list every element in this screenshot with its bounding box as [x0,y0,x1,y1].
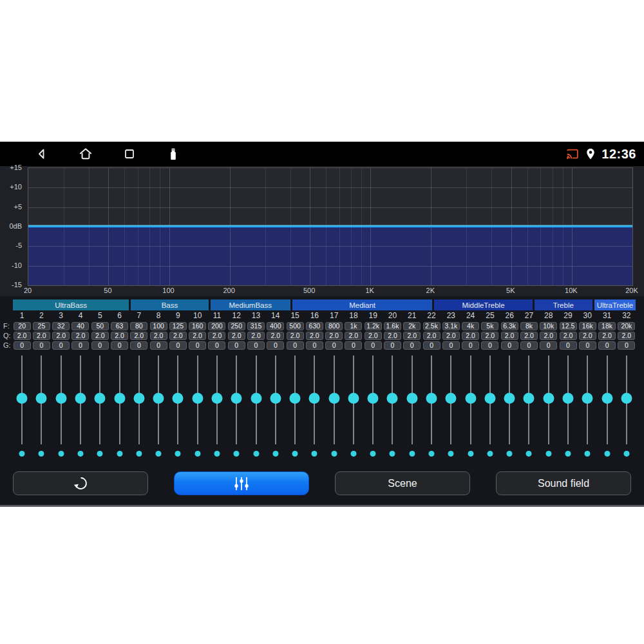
q-value-cell[interactable]: 2.0 [579,332,596,340]
frequency-value-cell[interactable]: 32 [52,322,70,330]
q-value-cell[interactable]: 2.0 [52,332,70,340]
gain-value-cell[interactable]: 0 [71,341,89,350]
frequency-value-cell[interactable]: 1k [345,322,362,330]
gain-slider[interactable] [52,354,71,464]
frequency-value-cell[interactable]: 20k [618,322,635,330]
slider-dot[interactable] [39,451,44,457]
frequency-value-cell[interactable]: 40 [71,322,89,330]
slider-dot[interactable] [175,451,181,457]
gain-slider[interactable] [480,354,500,464]
q-value-cell[interactable]: 2.0 [481,332,498,340]
slider-dot[interactable] [331,451,337,457]
q-value-cell[interactable]: 2.0 [130,332,147,340]
slider-knob[interactable] [524,393,535,404]
q-value-cell[interactable]: 2.0 [287,332,304,340]
gain-value-cell[interactable]: 0 [579,341,596,350]
band-segment-bass[interactable]: Bass [131,299,208,310]
slider-dot[interactable] [604,451,610,457]
gain-value-cell[interactable]: 0 [540,341,557,350]
gain-value-cell[interactable]: 0 [403,341,421,350]
q-value-cell[interactable]: 2.0 [208,332,225,340]
slider-knob[interactable] [270,393,281,404]
q-value-cell[interactable]: 2.0 [520,332,538,340]
frequency-value-cell[interactable]: 250 [228,322,245,330]
slider-dot[interactable] [585,451,591,457]
frequency-value-cell[interactable]: 25 [33,322,50,330]
gain-slider[interactable] [109,354,129,464]
frequency-value-cell[interactable]: 50 [91,322,109,330]
q-value-cell[interactable]: 2.0 [91,332,109,340]
gain-value-cell[interactable]: 0 [384,341,401,350]
slider-knob[interactable] [36,393,47,404]
q-value-cell[interactable]: 2.0 [228,332,245,340]
gain-value-cell[interactable]: 0 [111,341,128,350]
gain-slider[interactable] [597,354,616,464]
gain-value-cell[interactable]: 0 [306,341,323,350]
gain-slider[interactable] [207,354,227,464]
frequency-value-cell[interactable]: 20 [14,322,31,330]
reset-button[interactable] [13,471,148,495]
q-value-cell[interactable]: 2.0 [247,332,265,340]
slider-knob[interactable] [55,393,66,404]
slider-dot[interactable] [194,451,200,457]
slider-knob[interactable] [153,393,164,404]
gain-slider[interactable] [402,354,422,464]
frequency-value-cell[interactable]: 18k [598,322,616,330]
gain-slider[interactable] [188,354,207,464]
slider-knob[interactable] [621,393,632,404]
frequency-value-cell[interactable]: 3.1k [442,322,460,330]
slider-dot[interactable] [429,451,435,457]
gain-value-cell[interactable]: 0 [189,341,206,350]
slider-knob[interactable] [601,393,612,404]
slider-knob[interactable] [192,393,203,404]
slider-knob[interactable] [348,393,359,404]
frequency-value-cell[interactable]: 6.3k [501,322,518,330]
frequency-value-cell[interactable]: 12.5 [560,322,577,330]
gain-slider[interactable] [32,354,51,464]
q-value-cell[interactable]: 2.0 [169,332,187,340]
slider-knob[interactable] [563,393,574,404]
band-segment-mediant[interactable]: Mediant [292,299,432,310]
q-value-cell[interactable]: 2.0 [423,332,440,340]
slider-dot[interactable] [214,451,220,457]
slider-knob[interactable] [211,393,222,404]
slider-dot[interactable] [272,451,278,457]
equalizer-button[interactable] [174,471,309,495]
frequency-value-cell[interactable]: 125 [169,322,187,330]
slider-knob[interactable] [114,393,125,404]
gain-value-cell[interactable]: 0 [287,341,304,350]
slider-dot[interactable] [77,451,83,457]
gain-slider[interactable] [246,354,265,464]
q-value-cell[interactable]: 2.0 [560,332,577,340]
gain-value-cell[interactable]: 0 [462,341,479,350]
gain-value-cell[interactable]: 0 [481,341,498,350]
gain-slider[interactable] [344,354,363,464]
slider-knob[interactable] [309,393,320,404]
frequency-value-cell[interactable]: 2.5k [423,322,440,330]
gain-value-cell[interactable]: 0 [520,341,538,350]
slider-knob[interactable] [582,393,593,404]
q-value-cell[interactable]: 2.0 [71,332,89,340]
q-value-cell[interactable]: 2.0 [442,332,460,340]
band-segment-ultratreble[interactable]: UltraTreble [594,299,636,310]
q-value-cell[interactable]: 2.0 [462,332,479,340]
slider-knob[interactable] [426,393,437,404]
slider-dot[interactable] [565,451,571,457]
usb-app-button[interactable] [165,146,182,162]
gain-value-cell[interactable]: 0 [150,341,167,350]
slider-knob[interactable] [231,393,242,404]
q-value-cell[interactable]: 2.0 [365,332,382,340]
q-value-cell[interactable]: 2.0 [189,332,206,340]
slider-dot[interactable] [526,451,532,457]
slider-dot[interactable] [312,451,317,457]
gain-slider[interactable] [129,354,149,464]
slider-knob[interactable] [95,393,106,404]
band-segment-treble[interactable]: Treble [535,299,592,310]
gain-value-cell[interactable]: 0 [169,341,187,350]
slider-knob[interactable] [465,393,476,404]
gain-value-cell[interactable]: 0 [14,341,31,350]
q-value-cell[interactable]: 2.0 [540,332,557,340]
gain-slider[interactable] [12,354,32,464]
slider-knob[interactable] [446,393,457,404]
gain-value-cell[interactable]: 0 [208,341,225,350]
